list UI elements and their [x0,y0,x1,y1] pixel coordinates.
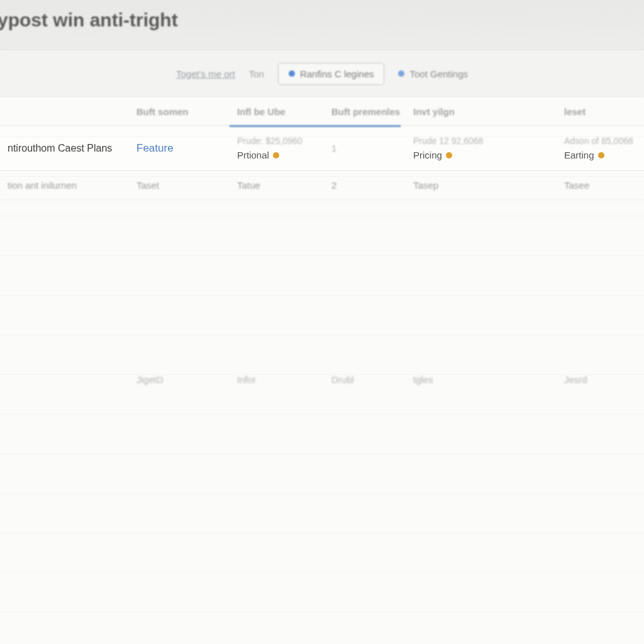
cell-subtext: Prude: $25,0960 [237,136,316,146]
col-header-5[interactable]: leset [557,106,644,117]
col-header-4[interactable]: Invt yilgn [406,106,557,117]
cell-value: 2 [331,180,398,191]
status-dot-icon [598,152,604,158]
toolbar-primary-button[interactable]: Ranfins C legines [278,63,385,85]
col-header-1[interactable]: Buft somen [129,106,230,117]
table-row[interactable]: tion ant inilurnen Taset Tatue 2 Tasep T… [0,171,644,200]
cell-value: Taset [136,180,222,191]
row-title: tion ant inilurnen [8,180,121,191]
header-bar: ypost win anti-tright [0,0,644,50]
cell-subtext: Adson of 85,0068 [564,136,644,146]
dot-icon [289,70,295,77]
tag-prtional[interactable]: Prtional [237,150,316,160]
col-header-2[interactable]: Infl be Ube [230,106,324,117]
cell-value: Drubl [331,374,398,385]
dot-icon [398,70,404,77]
cell-value: Jesrd [564,374,644,385]
column-headers: Buft somen Infl be Ube Buft premenles In… [0,97,644,126]
cell-value: Infor [237,374,316,385]
active-column-underline [230,125,401,127]
tag-earting[interactable]: Earting [564,150,644,160]
toolbar-ghost-label: Toot Gentings [409,69,468,79]
toolbar-link-2[interactable]: Ton [249,69,264,79]
row-title: ntirouthom Caest Plans [8,143,121,154]
status-dot-icon [446,152,452,158]
cell-value: Tatue [237,180,316,191]
toolbar: Toget's me ort Ton Ranfins C legines Too… [0,50,644,97]
cell-value: Tasep [413,180,549,191]
toolbar-ghost-button[interactable]: Toot Gentings [398,69,468,79]
feature-link[interactable]: Feature [136,142,222,155]
toolbar-link-1[interactable]: Toget's me ort [176,69,235,79]
tag-label: Earting [564,150,594,160]
page-title: ypost win anti-tright [0,9,178,31]
col-header-3[interactable]: Buft premenles [324,106,406,117]
cell-value: JigetD [136,374,222,385]
cell-value: tgles [413,374,549,385]
table-row[interactable]: ntirouthom Caest Plans Feature Prude: $2… [0,126,644,171]
tag-pricing[interactable]: Pricing [413,150,549,160]
cell-subtext: Prude 12 92,6068 [413,136,549,146]
cell-value: Tasee [564,180,644,191]
tag-label: Pricing [413,150,442,160]
tag-label: Prtional [237,150,269,160]
cell-number: 1 [331,143,398,153]
status-dot-icon [273,152,279,158]
data-grid: Buft somen Infl be Ube Buft premenles In… [0,97,644,644]
table-row: JigetD Infor Drubl tgles Jesrd [0,365,644,394]
toolbar-primary-label: Ranfins C legines [300,69,374,79]
